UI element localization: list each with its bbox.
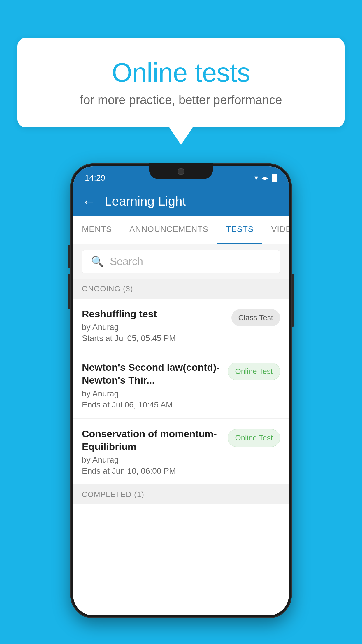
test-date: Ends at Jul 06, 10:45 AM (82, 400, 222, 410)
search-container: 🔍 Search (73, 244, 289, 279)
test-author: by Anurag (82, 389, 222, 398)
back-button[interactable]: ← (82, 193, 96, 209)
tab-ments[interactable]: MENTS (73, 216, 121, 244)
search-icon: 🔍 (91, 256, 104, 268)
speech-bubble-arrow (169, 127, 193, 145)
test-item[interactable]: Conservation of momentum-Equilibrium by … (73, 419, 289, 485)
power-button (292, 274, 294, 327)
phone-frame: 14:29 ▾ ◂▸ ▉ ← Learning Light MENTS ANNO… (70, 163, 292, 618)
status-time: 14:29 (85, 173, 105, 183)
search-input[interactable]: 🔍 Search (82, 250, 280, 273)
test-info: Newton's Second law(contd)-Newton's Thir… (82, 361, 222, 409)
test-author: by Anurag (82, 323, 226, 332)
test-author: by Anurag (82, 455, 222, 465)
test-info: Conservation of momentum-Equilibrium by … (82, 427, 222, 476)
test-item[interactable]: Newton's Second law(contd)-Newton's Thir… (73, 352, 289, 418)
ongoing-section-header: ONGOING (3) (73, 279, 289, 299)
promo-subtitle: for more practice, better performance (41, 93, 321, 107)
test-date: Ends at Jun 10, 06:00 PM (82, 466, 222, 476)
test-title: Conservation of momentum-Equilibrium (82, 427, 222, 453)
class-test-badge: Class Test (231, 309, 280, 326)
test-title: Reshuffling test (82, 307, 226, 320)
promo-section: Online tests for more practice, better p… (17, 38, 345, 145)
volume-up-button (68, 245, 70, 268)
signal-icon: ◂▸ (261, 174, 268, 182)
tab-announcements[interactable]: ANNOUNCEMENTS (121, 216, 217, 244)
completed-section-header: COMPLETED (1) (73, 485, 289, 504)
test-date: Starts at Jul 05, 05:45 PM (82, 334, 226, 343)
phone-mockup: 14:29 ▾ ◂▸ ▉ ← Learning Light MENTS ANNO… (70, 163, 292, 618)
phone-screen: 14:29 ▾ ◂▸ ▉ ← Learning Light MENTS ANNO… (73, 166, 289, 615)
status-icons: ▾ ◂▸ ▉ (254, 174, 277, 182)
promo-title: Online tests (41, 58, 321, 87)
wifi-icon: ▾ (254, 174, 258, 182)
phone-notch (149, 163, 213, 179)
test-title: Newton's Second law(contd)-Newton's Thir… (82, 361, 222, 386)
online-test-badge: Online Test (228, 363, 280, 380)
camera-lens (178, 168, 184, 175)
speech-bubble: Online tests for more practice, better p… (17, 38, 345, 127)
search-placeholder-text: Search (110, 256, 143, 268)
app-bar: ← Learning Light (73, 187, 289, 216)
battery-icon: ▉ (272, 174, 277, 182)
tabs-bar: MENTS ANNOUNCEMENTS TESTS VIDEOS (73, 216, 289, 244)
online-test-badge-2: Online Test (228, 429, 280, 447)
tab-videos[interactable]: VIDEOS (262, 216, 289, 244)
app-bar-title: Learning Light (105, 194, 186, 209)
test-info: Reshuffling test by Anurag Starts at Jul… (82, 307, 226, 343)
volume-down-button (68, 274, 70, 309)
test-item[interactable]: Reshuffling test by Anurag Starts at Jul… (73, 299, 289, 352)
tab-tests[interactable]: TESTS (217, 216, 262, 244)
